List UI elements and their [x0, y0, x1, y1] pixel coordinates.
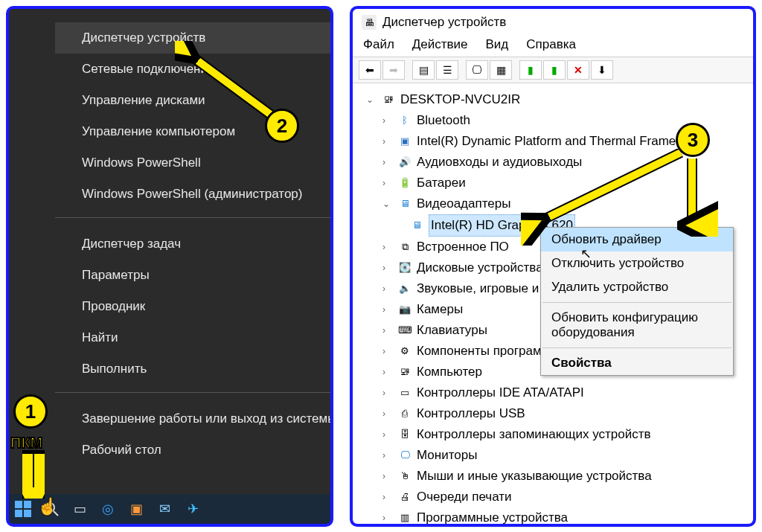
tree-node[interactable]: ›🗄Контроллеры запоминающих устройств — [366, 424, 752, 445]
annotation-badge-2: 2 — [265, 109, 299, 143]
tree-node-display-adapters[interactable]: ⌄ 🖥 Видеоадаптеры — [366, 193, 752, 214]
chip-icon: ▣ — [397, 134, 412, 149]
menu-action[interactable]: Действие — [412, 37, 468, 52]
taskbar-app-icon[interactable]: ◎ — [97, 498, 119, 520]
context-menu: Обновить драйвер Отключить устройство Уд… — [540, 227, 734, 376]
taskbar-app-icon[interactable]: ✉ — [153, 498, 176, 520]
chevron-right-icon: › — [382, 110, 393, 131]
window-title-bar: 🖶 Диспетчер устройств — [353, 9, 753, 34]
winx-item-network[interactable]: Сетевые подключения — [55, 54, 330, 85]
ctx-disable-device[interactable]: Отключить устройство — [541, 251, 733, 275]
chevron-right-icon: › — [382, 362, 393, 382]
svg-rect-3 — [24, 510, 31, 517]
back-button[interactable]: ⬅ — [359, 60, 381, 80]
winx-menu: Диспетчер устройств Сетевые подключения … — [55, 9, 330, 494]
start-button[interactable] — [12, 498, 34, 520]
chevron-right-icon: › — [382, 237, 393, 257]
winx-item-taskmgr[interactable]: Диспетчер задач — [55, 228, 330, 260]
camera-icon: 📷 — [397, 302, 412, 317]
toolbar-button[interactable]: ▮ — [543, 60, 566, 80]
chevron-right-icon: › — [382, 424, 393, 445]
tree-node[interactable]: ›⎙Контроллеры USB — [366, 403, 752, 424]
winx-menu-panel: Диспетчер устройств Сетевые подключения … — [6, 6, 333, 527]
chevron-right-icon: › — [382, 131, 393, 152]
taskbar-app-icon[interactable]: ▣ — [125, 498, 147, 520]
chevron-down-icon: ⌄ — [382, 193, 393, 214]
taskbar-app-icon[interactable]: ✈ — [182, 498, 204, 520]
svg-rect-1 — [24, 501, 31, 508]
printer-icon: 🖨 — [397, 490, 412, 504]
winx-list-top: Диспетчер устройств Сетевые подключения … — [55, 9, 330, 210]
winx-list-bot: Завершение работы или выход из системы Р… — [55, 400, 330, 466]
toolbar-button[interactable]: ▮ — [519, 60, 542, 80]
winx-item-settings[interactable]: Параметры — [55, 260, 330, 291]
toolbar-button[interactable]: ☰ — [436, 60, 458, 80]
tree-root[interactable]: ⌄ 🖳 DESKTOP-NVCU2IR — [366, 89, 752, 110]
ctx-remove-device[interactable]: Удалить устройство — [541, 275, 733, 299]
chevron-right-icon: › — [382, 341, 393, 362]
chevron-right-icon: › — [382, 257, 393, 278]
forward-button[interactable]: ➡ — [382, 60, 405, 80]
toolbar-button[interactable]: ⬇ — [591, 60, 613, 80]
winx-item-shutdown[interactable]: Завершение работы или выход из системы — [55, 403, 330, 435]
software-device-icon: ▥ — [397, 510, 412, 525]
winx-item-powershell-admin[interactable]: Windows PowerShell (администратор) — [55, 179, 330, 210]
svg-rect-2 — [15, 510, 22, 517]
ctx-properties[interactable]: Свойства — [541, 351, 733, 375]
tree-node[interactable]: ›🖵Мониторы — [366, 445, 752, 466]
chevron-right-icon: › — [382, 278, 393, 299]
toolbar-delete-button[interactable]: ✕ — [567, 60, 589, 80]
winx-item-device-manager[interactable]: Диспетчер устройств — [55, 22, 330, 54]
ide-icon: ▭ — [397, 385, 412, 400]
tree-node[interactable]: ›▭Контроллеры IDE ATA/ATAPI — [366, 382, 752, 403]
chevron-right-icon: › — [382, 382, 393, 403]
winx-separator — [55, 217, 330, 218]
chevron-right-icon: › — [382, 299, 393, 320]
tree-node-battery[interactable]: › 🔋 Батареи — [366, 173, 752, 193]
sound-icon: 🔈 — [397, 281, 412, 296]
winx-item-run[interactable]: Выполнить — [55, 353, 330, 385]
winx-item-powershell[interactable]: Windows PowerShell — [55, 147, 330, 179]
chevron-right-icon: › — [382, 173, 393, 193]
ctx-update-driver[interactable]: Обновить драйвер — [541, 228, 733, 251]
toolbar: ⬅ ➡ ▤ ☰ 🖵 ▦ ▮ ▮ ✕ ⬇ — [353, 57, 753, 83]
toolbar-button[interactable]: ▤ — [412, 60, 435, 80]
window-title: Диспетчер устройств — [382, 15, 506, 30]
menu-bar: Файл Действие Вид Справка — [353, 34, 753, 57]
mouse-icon: 🖱 — [397, 469, 412, 484]
ctx-separator — [542, 302, 731, 303]
menu-view[interactable]: Вид — [486, 37, 509, 52]
svg-point-4 — [45, 503, 54, 512]
chevron-right-icon: › — [382, 320, 393, 341]
menu-help[interactable]: Справка — [526, 37, 576, 52]
svg-line-5 — [54, 511, 58, 516]
ctx-rescan[interactable]: Обновить конфигурацию оборудования — [541, 306, 733, 344]
bluetooth-icon: ᛒ — [397, 113, 412, 128]
taskview-icon[interactable]: ▭ — [68, 498, 91, 520]
menu-file[interactable]: Файл — [363, 37, 394, 52]
toolbar-button[interactable]: ▦ — [490, 60, 512, 80]
chevron-right-icon: › — [382, 466, 393, 487]
annotation-badge-3: 3 — [676, 123, 710, 157]
tree-node[interactable]: ›🖱Мыши и иные указывающие устройства — [366, 466, 752, 487]
chevron-right-icon: › — [382, 152, 393, 173]
chevron-right-icon: › — [382, 487, 393, 507]
taskbar: ▭ ◎ ▣ ✉ ✈ — [9, 494, 330, 524]
annotation-pkm-label: ПКМ — [10, 435, 42, 452]
speaker-icon: 🔊 — [397, 155, 412, 170]
computer-icon: 🖳 — [397, 365, 412, 379]
winx-item-explorer[interactable]: Проводник — [55, 291, 330, 322]
tree-node[interactable]: ›▥Программные устройства — [366, 507, 752, 527]
tree-node[interactable]: ›🖨Очереди печати — [366, 487, 752, 507]
winx-item-search[interactable]: Найти — [55, 322, 330, 353]
chevron-right-icon: › — [382, 507, 393, 527]
chevron-right-icon: › — [382, 403, 393, 424]
winx-item-desktop[interactable]: Рабочий стол — [55, 435, 330, 466]
component-icon: ⚙ — [397, 344, 412, 359]
firmware-icon: ⧉ — [397, 240, 412, 254]
search-icon[interactable] — [40, 498, 63, 520]
toolbar-button[interactable]: 🖵 — [466, 60, 488, 80]
computer-icon: 🖳 — [381, 92, 396, 107]
battery-icon: 🔋 — [397, 176, 412, 190]
display-icon: 🖥 — [409, 218, 424, 233]
